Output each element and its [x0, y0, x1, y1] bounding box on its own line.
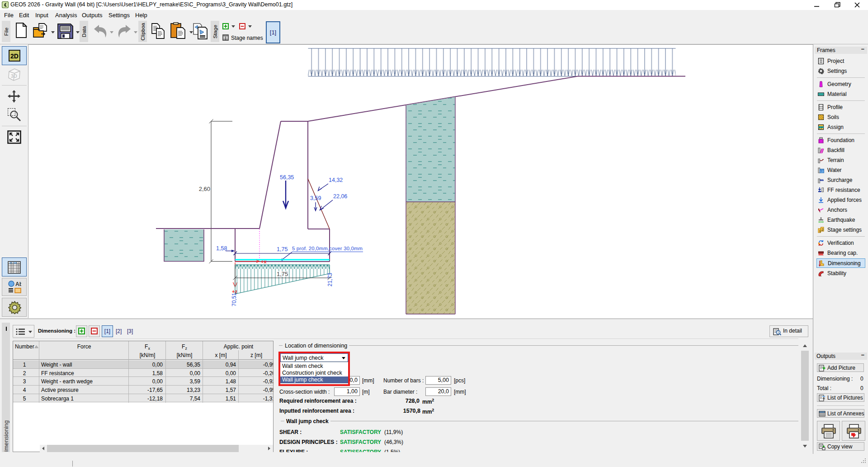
svg-text:3D: 3D	[11, 73, 17, 79]
svg-text:2: 2	[821, 228, 824, 232]
svg-text:21,73: 21,73	[327, 273, 333, 286]
svg-text:1,75: 1,75	[277, 271, 288, 277]
svg-text:2,60: 2,60	[199, 186, 210, 192]
svg-text:1,58: 1,58	[216, 245, 227, 252]
svg-text:2D: 2D	[10, 52, 19, 60]
svg-text:1,75: 1,75	[277, 246, 288, 253]
svg-text:14,32: 14,32	[329, 177, 343, 183]
svg-text:22,06: 22,06	[333, 193, 347, 200]
svg-text:3,59: 3,59	[310, 195, 321, 201]
svg-text:5 prof. 20,0mm,cover 30,0mm: 5 prof. 20,0mm,cover 30,0mm	[292, 246, 363, 251]
svg-text:Ab: Ab	[15, 281, 21, 287]
svg-text:56,35: 56,35	[280, 174, 294, 181]
svg-text:70,51: 70,51	[231, 293, 237, 306]
svg-text:+x: +x	[261, 259, 267, 264]
